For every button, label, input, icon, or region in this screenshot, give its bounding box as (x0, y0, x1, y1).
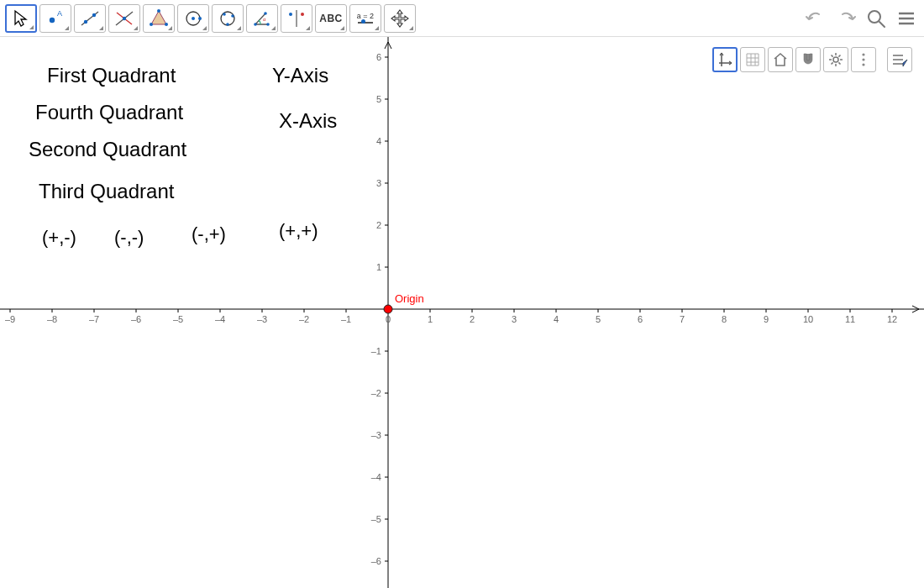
x-tick-label: –5 (173, 314, 183, 324)
label-minus-minus[interactable]: (-,-) (114, 227, 144, 248)
label-y-axis[interactable]: Y-Axis (272, 64, 328, 87)
x-tick-label: 12 (887, 314, 897, 324)
x-tick-label: 1 (428, 314, 433, 324)
svg-point-16 (231, 14, 234, 18)
circle-tool[interactable] (177, 4, 209, 33)
svg-text:A: A (57, 9, 62, 18)
y-tick-label: –6 (371, 556, 381, 566)
x-tick-label: 5 (596, 314, 601, 324)
x-tick-label: –7 (89, 314, 99, 324)
y-tick-label: –2 (371, 388, 381, 398)
undo-icon[interactable] (803, 6, 828, 31)
svg-point-0 (50, 17, 55, 22)
ellipse-tool[interactable] (212, 4, 244, 33)
svg-point-4 (92, 13, 96, 16)
svg-point-17 (226, 23, 229, 26)
line-tool[interactable] (74, 4, 106, 33)
x-tick-label: –3 (257, 314, 267, 324)
origin-point[interactable] (384, 305, 392, 313)
x-tick-label: 10 (803, 314, 813, 324)
axes-toggle[interactable] (712, 47, 738, 72)
angle-tool[interactable]: α (246, 4, 278, 33)
x-tick-label: 3 (512, 314, 517, 324)
svg-point-66 (833, 57, 838, 62)
view-panel (710, 47, 912, 72)
y-tick-label: 5 (376, 94, 381, 104)
y-tick-label: –1 (371, 346, 381, 356)
svg-point-15 (223, 13, 226, 16)
reflect-tool[interactable] (281, 4, 312, 33)
snap-toggle[interactable] (795, 47, 821, 72)
svg-point-18 (254, 23, 257, 26)
graphics-canvas[interactable]: –9–8–7–6–5–4–3–2–10123456789101112123456… (0, 37, 924, 588)
coordinate-plane[interactable]: –9–8–7–6–5–4–3–2–10123456789101112123456… (0, 37, 924, 588)
svg-line-26 (879, 22, 885, 27)
text-tool-label: ABC (319, 13, 343, 24)
x-tick-label: 6 (638, 314, 643, 324)
x-tick-label: 7 (680, 314, 685, 324)
y-tick-label: –4 (371, 472, 381, 482)
pan-tool[interactable] (384, 4, 416, 33)
x-tick-label: 4 (554, 314, 559, 324)
polygon-tool[interactable] (143, 4, 175, 33)
svg-point-7 (123, 16, 126, 19)
x-tick-label: –2 (299, 314, 309, 324)
label-plus-minus[interactable]: (+,-) (42, 227, 76, 248)
more-view[interactable] (851, 47, 876, 72)
svg-point-8 (157, 9, 160, 13)
svg-point-68 (862, 58, 864, 60)
origin-label[interactable]: Origin (395, 292, 424, 305)
x-tick-label: –6 (131, 314, 141, 324)
svg-point-69 (862, 63, 864, 66)
label-second-quadrant[interactable]: Second Quadrant (29, 138, 186, 160)
svg-line-2 (81, 12, 98, 25)
x-tick-label: 9 (764, 314, 769, 324)
y-tick-label: 3 (376, 178, 381, 188)
point-tool[interactable]: A (39, 4, 71, 33)
y-tick-label: –5 (371, 514, 381, 524)
filter-view[interactable] (887, 47, 912, 72)
x-tick-label: –1 (341, 314, 351, 324)
text-tool[interactable]: ABC (315, 4, 347, 33)
svg-point-12 (192, 17, 195, 20)
svg-point-19 (264, 12, 267, 15)
main-toolbar: A α ABC a = 2 (0, 0, 924, 37)
svg-point-23 (289, 13, 292, 16)
slider-tool-label: a = 2 (357, 13, 374, 20)
redo-icon[interactable] (833, 6, 858, 31)
y-tick-label: –3 (371, 430, 381, 440)
y-tick-label: 2 (376, 220, 381, 230)
label-plus-plus[interactable]: (+,+) (279, 220, 318, 241)
x-tick-label: 8 (722, 314, 727, 324)
svg-point-25 (869, 11, 880, 23)
svg-point-20 (266, 23, 270, 26)
x-tick-label: –9 (5, 314, 15, 324)
x-tick-label: –8 (47, 314, 57, 324)
perpendicular-tool[interactable] (108, 4, 140, 33)
svg-point-67 (862, 53, 864, 55)
label-minus-plus[interactable]: (-,+) (192, 223, 226, 244)
label-first-quadrant[interactable]: First Quadrant (47, 64, 176, 87)
label-third-quadrant[interactable]: Third Quadrant (39, 180, 175, 202)
move-tool[interactable] (5, 4, 37, 33)
x-tick-label: 2 (470, 314, 475, 324)
y-tick-label: 6 (376, 52, 381, 62)
y-tick-label: 1 (376, 262, 381, 272)
home-view[interactable] (768, 47, 793, 72)
svg-point-24 (301, 13, 304, 16)
menu-icon[interactable] (894, 6, 919, 31)
label-fourth-quadrant[interactable]: Fourth Quadrant (35, 101, 183, 123)
y-tick-label: 4 (376, 136, 381, 146)
x-tick-label: 11 (845, 314, 855, 324)
svg-point-10 (150, 23, 153, 26)
label-x-axis[interactable]: X-Axis (279, 109, 337, 132)
slider-tool[interactable]: a = 2 (349, 4, 381, 33)
search-icon[interactable] (864, 6, 889, 31)
x-tick-label: 0 (386, 314, 391, 324)
svg-point-13 (198, 17, 202, 20)
svg-point-3 (84, 19, 87, 23)
grid-toggle[interactable] (740, 47, 765, 72)
settings-view[interactable] (823, 47, 848, 72)
x-tick-label: –4 (215, 314, 225, 324)
svg-text:α: α (263, 17, 266, 22)
